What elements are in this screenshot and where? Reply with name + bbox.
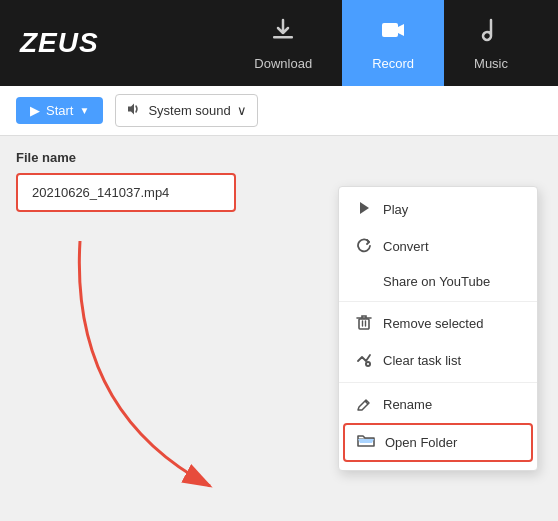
svg-rect-2 bbox=[490, 20, 492, 30]
main-content: File name 20210626_141037.mp4 Play bbox=[0, 136, 558, 521]
menu-item-convert-label: Convert bbox=[383, 239, 429, 254]
toolbar: ▶ Start ▼ System sound ∨ bbox=[0, 86, 558, 136]
play-icon bbox=[355, 200, 373, 219]
menu-item-convert[interactable]: Convert bbox=[339, 228, 537, 265]
clear-icon bbox=[355, 351, 373, 370]
menu-divider-2 bbox=[339, 382, 537, 383]
menu-item-remove-selected[interactable]: Remove selected bbox=[339, 305, 537, 342]
tab-music-label: Music bbox=[474, 56, 508, 71]
system-sound-button[interactable]: System sound ∨ bbox=[115, 94, 257, 127]
tab-record-label: Record bbox=[372, 56, 414, 71]
tab-download-label: Download bbox=[254, 56, 312, 71]
open-folder-icon bbox=[357, 432, 375, 453]
menu-item-share-youtube[interactable]: Share on YouTube bbox=[339, 265, 537, 298]
download-icon bbox=[269, 16, 297, 50]
svg-rect-0 bbox=[273, 36, 293, 39]
file-item[interactable]: 20210626_141037.mp4 bbox=[16, 173, 236, 212]
music-icon bbox=[477, 16, 505, 50]
menu-item-open-folder-label: Open Folder bbox=[385, 435, 457, 450]
menu-item-remove-label: Remove selected bbox=[383, 316, 483, 331]
start-play-icon: ▶ bbox=[30, 103, 40, 118]
tab-record[interactable]: Record bbox=[342, 0, 444, 86]
arrow-indicator bbox=[50, 231, 250, 501]
context-menu: Play Convert Share on YouTube bbox=[338, 186, 538, 471]
record-icon bbox=[379, 16, 407, 50]
svg-rect-4 bbox=[359, 319, 369, 329]
start-dropdown-arrow: ▼ bbox=[79, 105, 89, 116]
menu-item-play-label: Play bbox=[383, 202, 408, 217]
header: ZEUS Download Record bbox=[0, 0, 558, 86]
start-label: Start bbox=[46, 103, 73, 118]
rename-icon bbox=[355, 395, 373, 414]
svg-rect-1 bbox=[382, 23, 398, 37]
sound-label: System sound bbox=[148, 103, 230, 118]
sound-dropdown-arrow: ∨ bbox=[237, 103, 247, 118]
menu-item-play[interactable]: Play bbox=[339, 191, 537, 228]
remove-icon bbox=[355, 314, 373, 333]
convert-icon bbox=[355, 237, 373, 256]
start-button[interactable]: ▶ Start ▼ bbox=[16, 97, 103, 124]
logo: ZEUS bbox=[20, 27, 99, 59]
tab-download[interactable]: Download bbox=[224, 0, 342, 86]
file-item-name: 20210626_141037.mp4 bbox=[32, 185, 169, 200]
menu-item-rename-label: Rename bbox=[383, 397, 432, 412]
nav-tabs: Download Record Music bbox=[224, 0, 538, 86]
tab-music[interactable]: Music bbox=[444, 0, 538, 86]
menu-item-rename[interactable]: Rename bbox=[339, 386, 537, 423]
menu-item-clear-task[interactable]: Clear task list bbox=[339, 342, 537, 379]
menu-item-open-folder[interactable]: Open Folder bbox=[343, 423, 533, 462]
menu-item-share-youtube-label: Share on YouTube bbox=[383, 274, 490, 289]
file-name-header: File name bbox=[16, 150, 542, 165]
sound-icon bbox=[126, 101, 142, 120]
menu-divider-1 bbox=[339, 301, 537, 302]
menu-item-clear-label: Clear task list bbox=[383, 353, 461, 368]
